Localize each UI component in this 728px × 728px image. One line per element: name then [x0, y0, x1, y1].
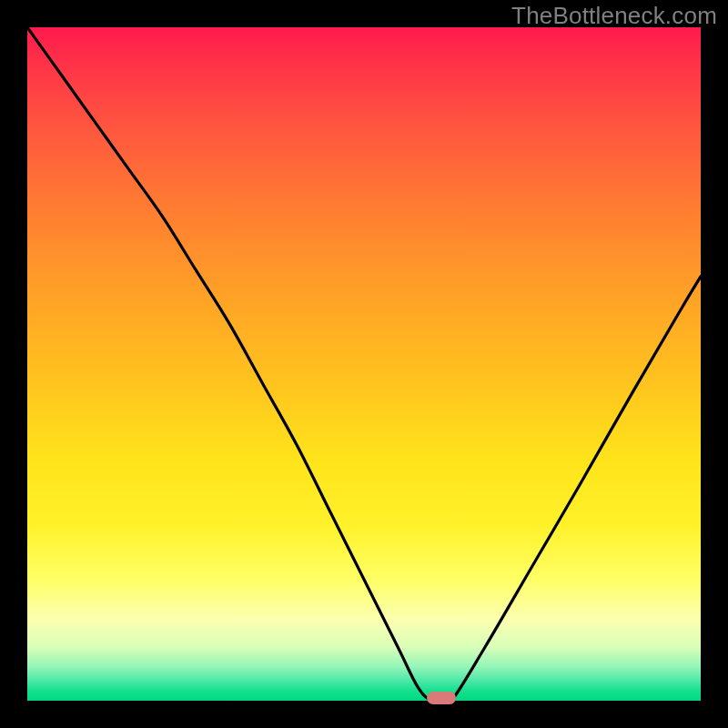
plot-area: [27, 27, 701, 701]
watermark-label: TheBottleneck.com: [511, 2, 717, 30]
chart-frame: TheBottleneck.com: [0, 0, 728, 728]
curve-svg: [27, 27, 701, 701]
optimal-point-marker: [427, 692, 456, 704]
bottleneck-curve: [27, 27, 701, 701]
